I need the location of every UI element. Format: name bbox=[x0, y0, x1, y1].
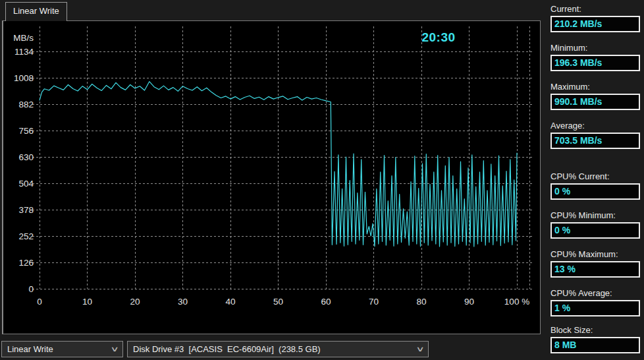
x-tick-label: 100 % bbox=[504, 297, 529, 307]
stat-label: Maximum: bbox=[550, 82, 640, 92]
chevron-down-icon: ∨ bbox=[110, 342, 119, 357]
stat-group-cpu-maximum: CPU% Maximum: 13 % bbox=[550, 249, 640, 278]
stat-group-cpu-minimum: CPU% Minimum: 0 % bbox=[550, 210, 640, 239]
x-tick-label: 20 bbox=[130, 297, 140, 307]
stat-value: 990.1 MB/s bbox=[550, 94, 640, 110]
benchmark-chart: 0102030405060708090100 %0126252378504630… bbox=[3, 21, 539, 332]
x-tick-label: 70 bbox=[369, 297, 379, 307]
y-tick-label: 630 bbox=[18, 152, 34, 162]
stat-group-maximum: Maximum: 990.1 MB/s bbox=[550, 82, 640, 110]
stat-value: 13 % bbox=[550, 261, 640, 278]
y-tick-label: 882 bbox=[18, 100, 34, 109]
y-tick-label: 756 bbox=[18, 126, 34, 136]
x-tick-label: 80 bbox=[416, 297, 426, 307]
stat-value: 210.2 MB/s bbox=[550, 16, 640, 32]
stat-group-minimum: Minimum: 196.3 MB/s bbox=[550, 43, 640, 71]
test-type-select-value: Linear Write bbox=[7, 342, 107, 357]
stat-label: Current: bbox=[550, 4, 640, 14]
x-tick-label: 50 bbox=[273, 297, 283, 307]
stat-group-average: Average: 703.5 MB/s bbox=[550, 121, 640, 149]
x-tick-label: 30 bbox=[178, 297, 188, 307]
drive-select-value: Disk Drive #3 [ACASIS EC-6609Air] (238.5… bbox=[133, 342, 412, 357]
stat-label: CPU% Current: bbox=[550, 171, 640, 181]
x-tick-label: 10 bbox=[82, 297, 92, 307]
stat-group-cpu-average: CPU% Average: 1 % bbox=[550, 288, 640, 316]
stat-value: 703.5 MB/s bbox=[550, 133, 640, 149]
stat-group-cpu-current: CPU% Current: 0 % bbox=[550, 171, 640, 200]
stat-value: 1 % bbox=[550, 300, 640, 316]
stat-value: 0 % bbox=[550, 222, 640, 239]
test-type-select[interactable]: Linear Write ∨ bbox=[1, 341, 123, 357]
tab-label: Linear Write bbox=[13, 6, 59, 16]
stats-sidebar: Current: 210.2 MB/s Minimum: 196.3 MB/s … bbox=[550, 4, 640, 353]
y-tick-label: 504 bbox=[18, 179, 34, 189]
stat-group-block-size: Block Size: 8 MB bbox=[550, 325, 640, 353]
x-tick-label: 60 bbox=[321, 297, 331, 307]
stat-group-current: Current: 210.2 MB/s bbox=[550, 4, 640, 32]
tab-linear-write[interactable]: Linear Write bbox=[5, 2, 67, 21]
stat-label: CPU% Maximum: bbox=[550, 249, 640, 259]
stat-label: CPU% Minimum: bbox=[550, 210, 640, 220]
drive-select[interactable]: Disk Drive #3 [ACASIS EC-6609Air] (238.5… bbox=[127, 341, 429, 357]
y-tick-label: 252 bbox=[18, 231, 34, 241]
stat-label: Minimum: bbox=[550, 43, 640, 53]
stat-value: 196.3 MB/s bbox=[550, 55, 640, 71]
x-tick-label: 40 bbox=[225, 297, 235, 307]
y-tick-label: 1134 bbox=[14, 47, 34, 57]
y-axis-unit-label: MB/s bbox=[13, 33, 34, 43]
y-tick-label: 1008 bbox=[14, 73, 34, 83]
y-tick-label: 378 bbox=[18, 205, 34, 215]
stat-label: Block Size: bbox=[550, 325, 640, 335]
elapsed-time: 20:30 bbox=[402, 30, 475, 45]
stat-value: 0 % bbox=[550, 183, 640, 200]
stat-label: Average: bbox=[550, 121, 640, 131]
chart-panel: 0102030405060708090100 %0126252378504630… bbox=[2, 20, 541, 334]
stat-value: 8 MB bbox=[550, 337, 640, 353]
stat-label: CPU% Average: bbox=[550, 288, 640, 298]
x-tick-label: 0 bbox=[37, 297, 42, 307]
y-tick-label: 0 bbox=[28, 284, 34, 294]
y-tick-label: 126 bbox=[18, 258, 34, 268]
chevron-down-icon: ∨ bbox=[416, 342, 425, 357]
x-tick-label: 90 bbox=[464, 297, 474, 307]
